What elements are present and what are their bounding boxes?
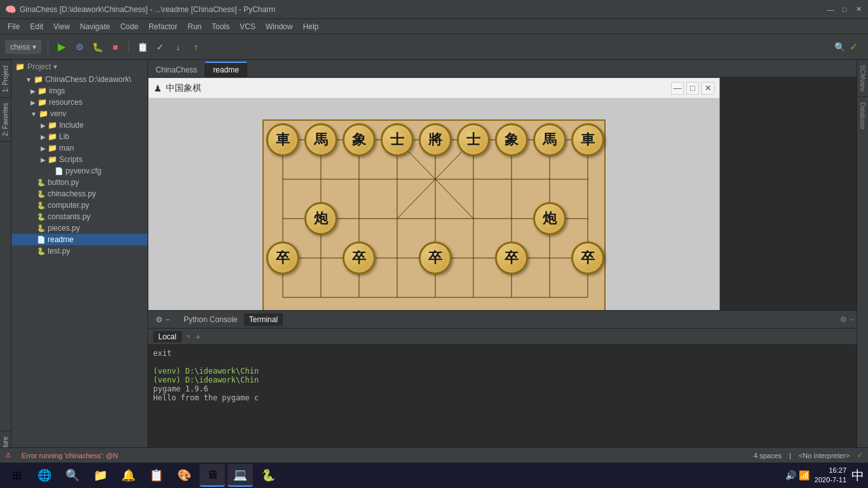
tree-item-man[interactable]: ▶ 📁 man	[11, 142, 147, 154]
push-icon[interactable]: ↑	[189, 40, 203, 54]
tree-item-button[interactable]: 🐍 button.py	[11, 177, 147, 188]
piece-black-rook-left[interactable]: 車	[266, 123, 299, 156]
menu-help[interactable]: Help	[298, 21, 324, 32]
tab-readme[interactable]: readme	[205, 62, 247, 77]
taskbar-notification[interactable]: 🔔	[116, 464, 141, 487]
tree-label-chinahess: ChinaChess D:\ideawork\	[45, 75, 131, 84]
tree-item-chinachess[interactable]: 🐍 chinachess.py	[11, 188, 147, 200]
vcs-icon[interactable]: 📋	[135, 40, 149, 54]
taskbar: ⊞ 🌐 🔍 📁 🔔 📋 🎨 🖥 💻 🐍 🔊 📶 16:27 2020-7-11 …	[0, 463, 868, 488]
taskbar-terminal[interactable]: 🖥	[200, 464, 225, 487]
tree-item-include[interactable]: ▶ 📁 Include	[11, 119, 147, 131]
status-spaces[interactable]: 4 spaces	[754, 452, 782, 459]
project-selector[interactable]: chess ▾	[5, 40, 41, 54]
tree-item-readme[interactable]: 📄 readme	[11, 234, 147, 245]
tree-item-resources[interactable]: ▶ 📁 resources	[11, 97, 147, 108]
tree-item-test[interactable]: 🐍 test.py	[11, 245, 147, 257]
taskbar-explorer[interactable]: 📁	[88, 464, 113, 487]
tree-item-computer[interactable]: 🐍 computer.py	[11, 200, 147, 211]
chess-maximize-btn[interactable]: □	[686, 82, 699, 95]
chess-close-btn[interactable]: ✕	[702, 82, 714, 95]
tree-item-imgs[interactable]: ▶ 📁 imgs	[11, 85, 147, 97]
tree-item-scripts[interactable]: ▶ 📁 Scripts	[11, 154, 147, 165]
project-panel-tab[interactable]: 1: Project	[0, 60, 11, 97]
project-header[interactable]: 📁 Project ▾	[11, 60, 147, 74]
tree-item-lib[interactable]: ▶ 📁 Lib	[11, 131, 147, 142]
piece-black-pawn-0[interactable]: 卒	[266, 241, 299, 274]
tree-label-pyvenv: pyvenv.cfg	[65, 166, 101, 175]
taskbar-paint[interactable]: 🎨	[172, 464, 197, 487]
right-edge-panel: SCMview Database	[857, 60, 868, 475]
piece-black-elephant-left[interactable]: 象	[342, 123, 376, 156]
build-icon[interactable]: ⚙	[72, 40, 86, 54]
term-tab-settings[interactable]: ⚙ −	[151, 313, 175, 326]
update-icon[interactable]: ↓	[171, 40, 185, 54]
taskbar-clipboard[interactable]: 📋	[144, 464, 169, 487]
piece-black-cannon-left[interactable]: 炮	[304, 202, 337, 235]
terminal-line-prompt-1: (venv) D:\ideawork\Chin	[153, 367, 851, 376]
database-tab[interactable]: Database	[857, 97, 868, 135]
close-button[interactable]: ✕	[854, 5, 863, 14]
menu-file[interactable]: File	[3, 21, 25, 32]
chess-title-text: 中国象棋	[166, 83, 671, 94]
piece-black-pawn-6[interactable]: 卒	[495, 241, 528, 274]
term-tab-terminal[interactable]: Terminal	[244, 313, 283, 326]
tree-item-constants[interactable]: 🐍 constants.py	[11, 211, 147, 222]
commit-icon[interactable]: ✓	[153, 40, 167, 54]
menu-window[interactable]: Window	[261, 21, 298, 32]
maximize-button[interactable]: □	[840, 5, 849, 14]
term-tab-python-console[interactable]: Python Console	[179, 313, 243, 326]
terminal-close-icon[interactable]: ×	[187, 333, 191, 340]
piece-black-advisor-left[interactable]: 士	[381, 123, 414, 156]
menu-navigate[interactable]: Navigate	[75, 21, 115, 32]
menu-edit[interactable]: Edit	[25, 21, 48, 32]
terminal-line-prompt-2: (venv) D:\ideawork\Chin	[153, 376, 851, 384]
taskbar-python[interactable]: 🐍	[255, 464, 281, 487]
run-icon[interactable]: ▶	[55, 40, 69, 54]
piece-black-advisor-right[interactable]: 士	[457, 123, 490, 156]
tree-item-venv[interactable]: ▼ 📁 venv	[11, 108, 147, 119]
taskbar-search[interactable]: 🔍	[60, 464, 85, 487]
minimize-button[interactable]: —	[826, 5, 835, 14]
piece-black-general[interactable]: 將	[419, 123, 452, 156]
piece-black-elephant-right[interactable]: 象	[495, 123, 528, 156]
tree-label-include: Include	[59, 121, 84, 130]
debug-icon[interactable]: 🐛	[90, 40, 104, 54]
file-icon-chinachess: 🐍	[37, 190, 46, 198]
terminal-local-tab[interactable]: Local	[153, 331, 182, 342]
menu-refactor[interactable]: Refactor	[144, 21, 182, 32]
scmview-tab[interactable]: SCMview	[857, 60, 868, 97]
taskbar-language[interactable]: 中	[851, 467, 864, 484]
menu-vcs[interactable]: VCS	[234, 21, 261, 32]
piece-black-horse-right[interactable]: 馬	[533, 123, 566, 156]
chess-minimize-btn[interactable]: —	[671, 82, 684, 95]
status-interpreter[interactable]: <No interpreter>	[799, 452, 850, 459]
tree-item-pieces[interactable]: 🐍 pieces.py	[11, 222, 147, 234]
taskbar-clock: 16:27 2020-7-11	[815, 466, 846, 485]
menu-tools[interactable]: Tools	[207, 21, 234, 32]
window-title: GinaChess [D:\ideawork\ChinaChess] - ...…	[20, 5, 826, 14]
taskbar-chrome[interactable]: 🌐	[32, 464, 57, 487]
menu-run[interactable]: Run	[182, 21, 207, 32]
tree-item-chinahess[interactable]: ▼ 📁 ChinaChess D:\ideawork\	[11, 74, 147, 85]
menu-view[interactable]: View	[48, 21, 75, 32]
status-right: 4 spaces | <No interpreter> ✓	[754, 451, 863, 459]
tab-chinahess[interactable]: ChinaChess	[148, 63, 205, 77]
piece-black-pawn-4[interactable]: 卒	[419, 241, 452, 274]
search-everywhere-icon[interactable]: 🔍	[832, 40, 846, 54]
tree-item-pyvenv[interactable]: 📄 pyvenv.cfg	[11, 165, 147, 177]
menu-code[interactable]: Code	[115, 21, 144, 32]
terminal-settings-icon[interactable]: ⚙	[840, 315, 847, 324]
terminal-add-btn[interactable]: +	[196, 332, 201, 342]
piece-black-cannon-right[interactable]: 炮	[533, 202, 566, 235]
piece-black-rook-right[interactable]: 車	[571, 123, 604, 156]
taskbar-start[interactable]: ⊞	[4, 464, 29, 487]
piece-black-pawn-8[interactable]: 卒	[571, 241, 604, 274]
piece-black-pawn-2[interactable]: 卒	[342, 241, 376, 274]
chess-board[interactable]: 楚河 漢界 車 馬 象 士 將 士 象 馬 車	[262, 119, 606, 310]
stop-icon[interactable]: ■	[108, 40, 122, 54]
favorites-panel-tab[interactable]: 2: Favorites	[0, 97, 11, 142]
taskbar-ide[interactable]: 💻	[227, 464, 253, 487]
piece-black-horse-left[interactable]: 馬	[304, 123, 337, 156]
terminal-minus-icon[interactable]: −	[850, 315, 854, 324]
